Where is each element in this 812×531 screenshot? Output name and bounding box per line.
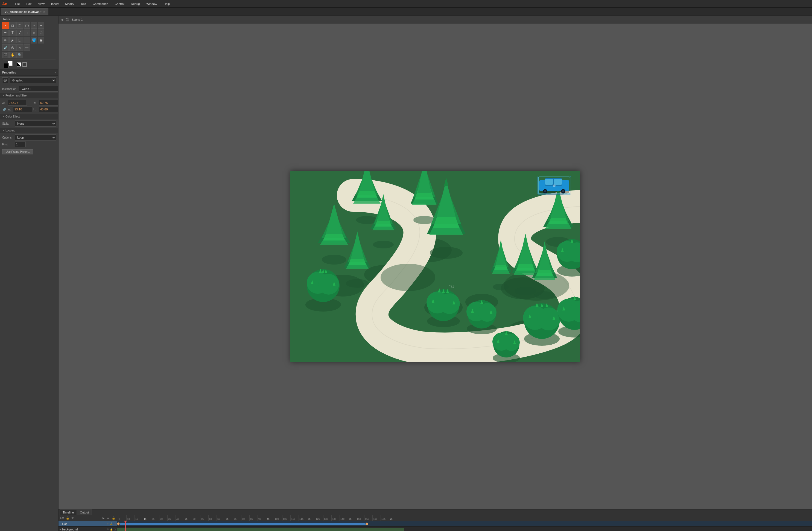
panel-controls: — × — [50, 71, 56, 74]
layer-car[interactable]: ▸ Car 👁 🔒 ◻ — [58, 521, 117, 527]
loop-dropdown[interactable]: Loop — [15, 134, 56, 141]
text-tool[interactable]: T — [9, 30, 16, 36]
w-input[interactable] — [13, 107, 32, 112]
width-tool[interactable]: △ — [16, 44, 23, 51]
menu-edit[interactable]: Edit — [25, 2, 32, 6]
menu-modify[interactable]: Modify — [64, 2, 75, 6]
pen-tool[interactable]: ✒ — [2, 30, 9, 36]
timeline-header-row: Off 🔒 👁 ▶ ⏭ 🔒 — [58, 515, 117, 521]
tab-close-button[interactable]: × — [43, 10, 45, 13]
timeline-forward-btn[interactable]: ⏭ — [106, 517, 110, 519]
bone-tool[interactable]: ⬚ — [16, 37, 23, 43]
bind-tool[interactable]: ☐ — [24, 37, 30, 43]
position-size-section[interactable]: ▼ Position and Size — [0, 93, 58, 98]
layer-bg-lock[interactable]: 🔒 — [110, 528, 113, 531]
free-transform-tool[interactable]: ⬚ — [16, 22, 23, 29]
menu-help[interactable]: Help — [162, 2, 171, 6]
oval-tool[interactable]: ○ — [31, 30, 37, 36]
decoration-tool[interactable]: — — [24, 44, 30, 51]
menu-insert[interactable]: Insert — [50, 2, 60, 6]
bg-keyframe-span — [117, 528, 404, 531]
timeline-frames[interactable]: 5 10 15 1s 25 30 35 40 2s 50 55 60 — [117, 515, 812, 531]
document-tab[interactable]: V2_Animation.fla (Canvas)* × — [1, 8, 48, 15]
paint-bucket-tool[interactable]: 🪣 — [31, 37, 37, 43]
color-row — [1, 61, 57, 68]
eraser-tool[interactable]: ◎ — [9, 44, 16, 51]
ruler-mark-55: 55 — [200, 515, 208, 521]
eyedropper-tool[interactable]: 💉 — [2, 44, 9, 51]
zoom-tool[interactable]: 🔍 — [16, 51, 23, 58]
swap-colors-btn[interactable] — [17, 62, 21, 67]
menu-file[interactable]: File — [14, 2, 21, 6]
color-effect-label: Color Effect — [5, 115, 20, 118]
timeline-lock-icon[interactable]: 🔒 — [66, 517, 70, 519]
section-triangle-icon: ▼ — [2, 94, 4, 97]
panel-minimize-btn[interactable]: — — [50, 71, 53, 74]
svg-point-78 — [439, 293, 460, 314]
poly-tool[interactable]: ⬡ — [38, 30, 44, 36]
line-tool[interactable]: ╱ — [16, 30, 23, 36]
style-dropdown[interactable]: None — [15, 120, 56, 127]
timeline-tab[interactable]: Timeline — [60, 510, 77, 515]
options-label: Options: — [2, 136, 13, 139]
canvas-area: ◀ 🎬 Scene 1 — [58, 16, 812, 531]
layer-car-outline[interactable]: ◻ — [114, 522, 116, 525]
bg-frame-track[interactable] — [117, 527, 812, 531]
x-input[interactable] — [8, 100, 27, 105]
first-frame-input[interactable] — [15, 142, 26, 147]
ruler-mark-30: 30 — [159, 515, 167, 521]
frame-picker-button[interactable]: Use Frame Picker... — [2, 149, 33, 154]
color-effect-section[interactable]: ▼ Color Effect — [0, 114, 58, 119]
gradient-transform-tool[interactable]: ◯ — [24, 22, 30, 29]
scene-back-button[interactable]: ◀ — [61, 18, 63, 21]
looping-section[interactable]: ▼ Looping — [0, 128, 58, 133]
layer-bg-outline[interactable]: ◻ — [114, 528, 116, 531]
panel-close-btn[interactable]: × — [54, 71, 56, 74]
no-color-btn[interactable] — [23, 62, 27, 67]
ink-bottle-tool[interactable]: ◉ — [38, 37, 44, 43]
menu-view[interactable]: View — [37, 2, 46, 6]
layer-background[interactable]: ▸ background 👁 🔒 ◻ — [58, 527, 117, 531]
pencil-tool[interactable]: ✏ — [2, 37, 9, 43]
timeline-eye-icon[interactable]: 👁 — [71, 517, 75, 519]
menu-commands[interactable]: Commands — [91, 2, 109, 6]
menu-debug[interactable]: Debug — [130, 2, 141, 6]
tool-row-1: ▸ ◻ ⬚ ◯ ○ ✦ — [1, 22, 57, 29]
playhead[interactable] — [125, 521, 126, 531]
symbol-type-dropdown[interactable]: Graphic — [10, 77, 56, 83]
y-input[interactable] — [39, 100, 58, 105]
lasso-tool[interactable]: ○ — [31, 22, 37, 29]
camera-tool[interactable]: 🎬 — [2, 51, 9, 58]
menu-control[interactable]: Control — [114, 2, 125, 6]
ruler-mark-1s: 1s — [143, 515, 151, 521]
brush-tool[interactable]: 🖌 — [9, 37, 16, 43]
instance-name-input[interactable] — [19, 86, 58, 91]
rect-tool[interactable]: ◻ — [24, 30, 30, 36]
ruler-mark-2s: 2s — [184, 515, 192, 521]
timeline-play-btn[interactable]: ▶ — [102, 517, 105, 519]
subselection-tool[interactable]: ◻ — [9, 22, 16, 29]
layer-car-lock[interactable]: 🔒 — [110, 522, 113, 525]
layer-car-eye[interactable]: 👁 — [107, 522, 109, 525]
output-tab[interactable]: Output — [77, 510, 92, 515]
menu-text[interactable]: Text — [79, 2, 87, 6]
svg-point-69 — [534, 291, 555, 299]
timeline-lock2-btn[interactable]: 🔒 — [111, 517, 116, 519]
tools-panel: Tools ▸ ◻ ⬚ ◯ ○ ✦ ✒ T ╱ ◻ ○ ⬡ ✏ 🖌 ⬚ — [0, 16, 58, 69]
film-icon: 🎬 — [66, 18, 70, 21]
car-frame-track[interactable] — [117, 521, 812, 527]
magic-wand-tool[interactable]: ✦ — [38, 22, 44, 29]
timeline-content: Off 🔒 👁 ▶ ⏭ 🔒 ▸ Car 👁 — [58, 515, 812, 531]
ruler-mark-3s: 3s — [225, 515, 233, 521]
ruler-mark-10: 10 — [126, 515, 134, 521]
h-input[interactable] — [39, 107, 58, 112]
keyframe-end[interactable] — [365, 522, 368, 525]
stroke-color-swatch[interactable] — [4, 63, 9, 68]
selection-tool[interactable]: ▸ — [2, 22, 9, 29]
hand-tool[interactable]: ✋ — [9, 51, 16, 58]
layer-bg-eye[interactable]: 👁 — [107, 528, 109, 531]
menu-window[interactable]: Window — [145, 2, 158, 6]
link-icon[interactable]: 🔗 — [2, 108, 6, 111]
canvas-viewport[interactable]: ☜ — [58, 24, 812, 509]
tween-bar-car[interactable] — [120, 523, 366, 525]
